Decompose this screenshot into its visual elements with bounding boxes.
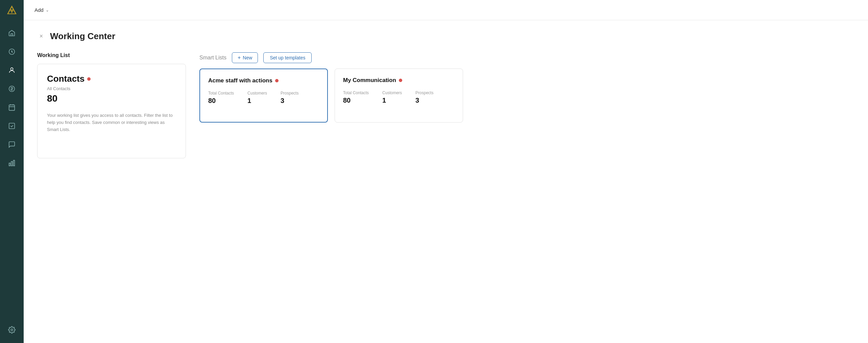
acme-total-label: Total Contacts xyxy=(208,91,234,96)
app-logo[interactable] xyxy=(0,0,24,20)
setup-templates-button[interactable]: Set up templates xyxy=(263,52,312,63)
smart-cards-grid: Acme staff with actions Total Contacts 8… xyxy=(199,69,854,123)
acme-customers-label: Customers xyxy=(247,91,267,96)
comm-customers-value: 1 xyxy=(382,97,402,104)
acme-card-title-row: Acme staff with actions xyxy=(208,77,319,84)
plus-icon: + xyxy=(238,55,241,60)
close-button[interactable]: × xyxy=(37,32,45,41)
comm-total-value: 80 xyxy=(343,97,369,104)
sidebar-item-finance[interactable] xyxy=(0,79,24,98)
contacts-card-subtitle: All Contacts xyxy=(47,86,176,91)
contacts-card-count: 80 xyxy=(47,93,176,104)
new-smart-list-button[interactable]: + New xyxy=(232,52,258,63)
acme-status-dot xyxy=(275,79,279,82)
smart-lists-section: Smart Lists + New Set up templates Acme … xyxy=(199,52,854,158)
comm-customers: Customers 1 xyxy=(382,90,402,104)
sidebar-item-contacts[interactable] xyxy=(0,61,24,79)
acme-customers: Customers 1 xyxy=(247,91,267,105)
sidebar-item-activity[interactable] xyxy=(0,42,24,61)
svg-rect-9 xyxy=(9,123,15,129)
sidebar-nav xyxy=(0,20,24,320)
page-title: Working Center xyxy=(50,31,115,42)
working-list-section: Working List Contacts All Contacts 80 Yo… xyxy=(37,52,186,158)
comm-card-title: My Communication xyxy=(343,77,396,84)
smart-card-acme[interactable]: Acme staff with actions Total Contacts 8… xyxy=(199,69,328,123)
contacts-card-description: Your working list gives you access to al… xyxy=(47,112,176,133)
sidebar xyxy=(0,0,24,343)
svg-point-5 xyxy=(11,51,13,52)
smart-lists-header: Smart Lists + New Set up templates xyxy=(199,52,854,63)
sidebar-item-reports[interactable] xyxy=(0,154,24,172)
sidebar-item-messages[interactable] xyxy=(0,135,24,154)
sidebar-item-settings[interactable] xyxy=(0,320,24,339)
acme-prospects-label: Prospects xyxy=(281,91,298,96)
acme-total-contacts: Total Contacts 80 xyxy=(208,91,234,105)
smart-card-communication[interactable]: My Communication Total Contacts 80 Custo… xyxy=(335,69,463,123)
new-button-label: New xyxy=(243,55,252,60)
svg-point-6 xyxy=(10,68,13,70)
sidebar-bottom xyxy=(0,320,24,343)
svg-rect-11 xyxy=(11,161,13,166)
svg-rect-3 xyxy=(11,33,13,35)
contacts-card-title: Contacts xyxy=(47,74,85,84)
add-label: Add xyxy=(34,7,44,13)
card-title-row: Contacts xyxy=(47,74,176,84)
content-grid: Working List Contacts All Contacts 80 Yo… xyxy=(37,52,854,158)
comm-status-dot xyxy=(399,79,402,82)
acme-prospects: Prospects 3 xyxy=(281,91,298,105)
comm-card-stats: Total Contacts 80 Customers 1 Prospects … xyxy=(343,90,455,104)
add-button[interactable]: Add ⌄ xyxy=(32,5,52,15)
svg-rect-10 xyxy=(9,163,10,166)
page-header: × Working Center xyxy=(37,31,854,42)
comm-total-label: Total Contacts xyxy=(343,90,369,95)
comm-prospects-value: 3 xyxy=(415,97,433,104)
contacts-status-dot xyxy=(87,77,91,81)
setup-templates-label: Set up templates xyxy=(270,55,305,60)
acme-card-title: Acme staff with actions xyxy=(208,77,272,84)
comm-total-contacts: Total Contacts 80 xyxy=(343,90,369,104)
smart-lists-label: Smart Lists xyxy=(199,55,226,61)
sidebar-item-tasks[interactable] xyxy=(0,116,24,135)
chevron-down-icon: ⌄ xyxy=(46,8,49,12)
acme-prospects-value: 3 xyxy=(281,97,298,105)
acme-total-value: 80 xyxy=(208,97,234,105)
comm-prospects: Prospects 3 xyxy=(415,90,433,104)
acme-card-stats: Total Contacts 80 Customers 1 Prospects … xyxy=(208,91,319,105)
working-list-card[interactable]: Contacts All Contacts 80 Your working li… xyxy=(37,64,186,158)
comm-customers-label: Customers xyxy=(382,90,402,95)
topbar: Add ⌄ xyxy=(24,0,868,20)
sidebar-item-calendar[interactable] xyxy=(0,98,24,116)
sidebar-item-home[interactable] xyxy=(0,24,24,42)
svg-point-13 xyxy=(11,329,13,331)
page-content: × Working Center Working List Contacts A… xyxy=(24,20,868,343)
acme-customers-value: 1 xyxy=(247,97,267,105)
comm-prospects-label: Prospects xyxy=(415,90,433,95)
svg-rect-8 xyxy=(9,105,15,110)
main-content: Add ⌄ × Working Center Working List Cont… xyxy=(24,0,868,343)
svg-rect-12 xyxy=(14,160,15,166)
working-list-label: Working List xyxy=(37,52,186,58)
comm-card-title-row: My Communication xyxy=(343,77,455,84)
